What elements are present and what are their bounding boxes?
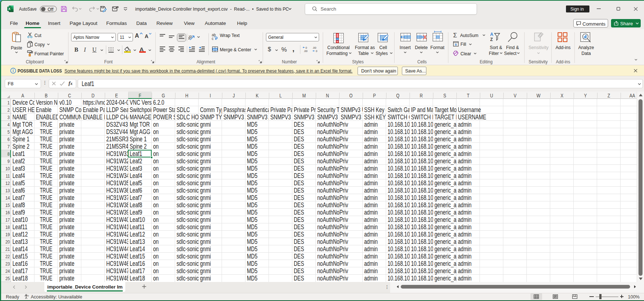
svg-text:Z: Z bbox=[490, 37, 493, 42]
svg-text:0: 0 bbox=[306, 46, 307, 49]
svg-text:?: ? bbox=[27, 295, 29, 297]
svg-text:X: X bbox=[8, 7, 10, 11]
svg-text:A: A bbox=[490, 32, 493, 37]
svg-text:.00: .00 bbox=[312, 46, 316, 49]
svg-text:.00: .00 bbox=[304, 49, 307, 52]
svg-text:0: 0 bbox=[316, 49, 317, 52]
svg-text:c: c bbox=[212, 37, 214, 40]
